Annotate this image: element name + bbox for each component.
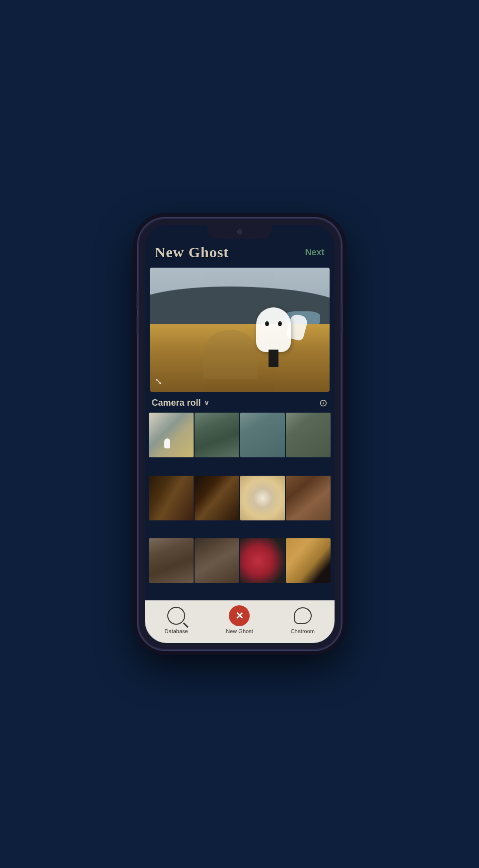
tab-database[interactable]: Database	[145, 605, 208, 634]
notch-camera	[237, 229, 242, 234]
tab-database-label: Database	[165, 628, 188, 634]
photo-cell-11[interactable]	[286, 538, 331, 583]
path	[204, 330, 258, 379]
photo-cell-5[interactable]	[195, 476, 239, 520]
screen-content: New Ghost Next	[145, 225, 335, 643]
page-title: New Ghost	[155, 244, 229, 261]
photo-cell-0[interactable]	[149, 413, 194, 457]
notch	[207, 225, 272, 239]
photo-grid	[145, 413, 335, 600]
camera-roll-text: Camera roll	[152, 398, 201, 408]
chevron-down-icon: ∨	[204, 399, 209, 407]
photo-ghost-overlay	[164, 438, 170, 448]
ghost-eye-left	[265, 321, 269, 326]
camera-roll-label[interactable]: Camera roll ∨	[152, 398, 209, 408]
photo-cell-6[interactable]	[240, 476, 285, 520]
photo-cell-9[interactable]	[195, 538, 239, 583]
tab-bar: Database New Ghost Chatroom	[145, 600, 335, 643]
expand-icon[interactable]: ⤡	[155, 376, 162, 387]
ghost-legs	[269, 350, 278, 367]
ghost-body	[256, 307, 291, 352]
main-image-container: ⤡	[150, 268, 330, 392]
phone-device: New Ghost Next	[138, 218, 342, 650]
volume-down-button	[137, 316, 138, 335]
photo-cell-10[interactable]	[240, 538, 285, 583]
tab-chatroom-label: Chatroom	[291, 628, 315, 634]
phone-screen: New Ghost Next	[145, 225, 335, 643]
photo-cell-8[interactable]	[149, 538, 194, 583]
photo-cell-1[interactable]	[195, 413, 239, 457]
chat-icon	[294, 607, 312, 624]
tab-new-ghost-icon-wrapper	[229, 605, 250, 626]
main-photo	[150, 268, 330, 392]
ghost-figure	[254, 307, 293, 367]
next-button[interactable]: Next	[305, 247, 324, 258]
tab-new-ghost[interactable]: New Ghost	[208, 605, 271, 634]
volume-up-button	[137, 291, 138, 310]
photo-cell-4[interactable]	[149, 476, 194, 520]
power-button	[341, 303, 343, 333]
close-icon	[229, 605, 250, 626]
tab-chatroom[interactable]: Chatroom	[271, 605, 334, 634]
tab-chatroom-icon-wrapper	[292, 605, 313, 626]
ghost-eye-right	[278, 321, 282, 326]
search-icon	[167, 607, 185, 625]
camera-roll-header: Camera roll ∨ ⊙	[145, 392, 335, 413]
camera-icon[interactable]: ⊙	[319, 397, 328, 409]
photo-cell-3[interactable]	[286, 413, 331, 457]
tab-database-icon-wrapper	[166, 605, 187, 626]
photo-cell-2[interactable]	[240, 413, 285, 457]
photo-cell-7[interactable]	[286, 476, 331, 520]
tab-new-ghost-label: New Ghost	[226, 628, 253, 634]
